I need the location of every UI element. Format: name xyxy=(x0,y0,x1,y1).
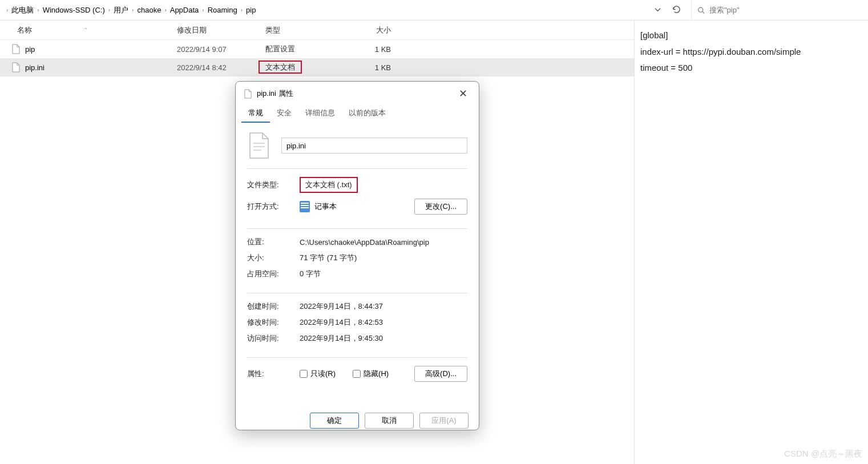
preview-line: index-url = https://pypi.douban.com/simp… xyxy=(640,44,862,60)
search-input[interactable] xyxy=(709,6,862,14)
tab-previous[interactable]: 以前的版本 xyxy=(342,103,393,123)
file-icon-large xyxy=(247,132,271,159)
col-size[interactable]: 大小 xyxy=(345,25,391,35)
label-attributes: 属性: xyxy=(247,369,300,379)
apply-button[interactable]: 应用(A) xyxy=(419,413,469,429)
ok-button[interactable]: 确定 xyxy=(310,413,359,429)
checkbox-hidden[interactable]: 隐藏(H) xyxy=(353,369,389,379)
crumb[interactable]: AppData xyxy=(168,5,201,15)
tab-general[interactable]: 常规 xyxy=(241,103,270,123)
tab-security[interactable]: 安全 xyxy=(270,103,298,123)
crumb[interactable]: 用户 xyxy=(112,4,130,17)
value-size: 71 字节 (71 字节) xyxy=(300,253,467,263)
preview-panel: [global] index-url = https://pypi.douban… xyxy=(634,21,868,464)
notepad-icon xyxy=(300,201,310,212)
value-accessed: 2022年9月14日，9:45:30 xyxy=(300,333,467,344)
crumb[interactable]: Roaming xyxy=(206,5,239,15)
change-button[interactable]: 更改(C)... xyxy=(414,199,467,215)
file-row[interactable]: pip 2022/9/14 9:07 配置设置 1 KB xyxy=(0,40,634,58)
crumb[interactable]: pip xyxy=(244,5,257,15)
file-date: 2022/9/14 9:07 xyxy=(177,45,265,54)
cancel-button[interactable]: 取消 xyxy=(365,413,414,429)
search-box[interactable] xyxy=(691,0,868,20)
value-sizeondisk: 0 字节 xyxy=(300,269,467,279)
value-modified: 2022年9月14日，8:42:53 xyxy=(300,317,467,328)
svg-point-0 xyxy=(699,7,703,12)
label-openwith: 打开方式: xyxy=(247,201,300,212)
col-name[interactable]: 名称 xyxy=(17,25,32,35)
watermark: CSDN @点亮～黑夜 xyxy=(784,449,862,459)
file-name: pip xyxy=(25,45,35,54)
sort-indicator: ⌃ xyxy=(83,27,88,33)
label-created: 创建时间: xyxy=(247,301,300,312)
file-icon xyxy=(11,62,21,72)
label-size: 大小: xyxy=(247,253,300,263)
column-headers[interactable]: 名称⌃ 修改日期 类型 大小 xyxy=(0,21,634,40)
crumb[interactable]: 此电脑 xyxy=(10,4,35,17)
label-sizeondisk: 占用空间: xyxy=(247,269,300,279)
tab-details[interactable]: 详细信息 xyxy=(298,103,342,123)
search-icon xyxy=(697,6,705,14)
chevron-down-icon[interactable] xyxy=(653,5,662,15)
label-accessed: 访问时间: xyxy=(247,333,300,344)
file-icon xyxy=(11,44,21,54)
crumb[interactable]: chaoke xyxy=(135,5,163,15)
col-type[interactable]: 类型 xyxy=(265,25,345,35)
checkbox-readonly[interactable]: 只读(R) xyxy=(300,369,336,379)
value-location: C:\Users\chaoke\AppData\Roaming\pip xyxy=(300,238,467,247)
breadcrumb[interactable]: › 此电脑› Windows-SSD (C:)› 用户› chaoke› App… xyxy=(0,4,643,17)
file-size: 1 KB xyxy=(345,63,391,72)
refresh-icon[interactable] xyxy=(672,5,681,15)
tabs: 常规 安全 详细信息 以前的版本 xyxy=(236,103,479,123)
file-row[interactable]: pip.ini 2022/9/14 8:42 文本文档 1 KB xyxy=(0,58,634,76)
preview-line: timeout = 500 xyxy=(640,60,862,76)
preview-line: [global] xyxy=(640,27,862,44)
value-openwith: 记事本 xyxy=(314,201,337,212)
dialog-title: pip.ini 属性 xyxy=(257,88,451,99)
label-location: 位置: xyxy=(247,237,300,247)
label-filetype: 文件类型: xyxy=(247,180,300,190)
file-date: 2022/9/14 8:42 xyxy=(177,63,265,72)
filename-input[interactable] xyxy=(281,138,467,154)
file-name: pip.ini xyxy=(25,63,45,72)
label-modified: 修改时间: xyxy=(247,317,300,328)
col-date[interactable]: 修改日期 xyxy=(177,25,265,35)
value-created: 2022年9月14日，8:44:37 xyxy=(300,301,467,312)
file-size: 1 KB xyxy=(345,45,391,54)
file-type: 配置设置 xyxy=(265,44,345,54)
advanced-button[interactable]: 高级(D)... xyxy=(414,366,467,382)
file-icon xyxy=(244,89,252,99)
properties-dialog: pip.ini 属性 ✕ 常规 安全 详细信息 以前的版本 文件类型: 文本文档… xyxy=(235,81,479,430)
close-icon[interactable]: ✕ xyxy=(455,87,471,100)
file-type-highlighted: 文本文档 xyxy=(259,60,302,74)
value-filetype-highlighted: 文本文档 (.txt) xyxy=(300,177,358,193)
crumb[interactable]: Windows-SSD (C:) xyxy=(41,5,107,15)
